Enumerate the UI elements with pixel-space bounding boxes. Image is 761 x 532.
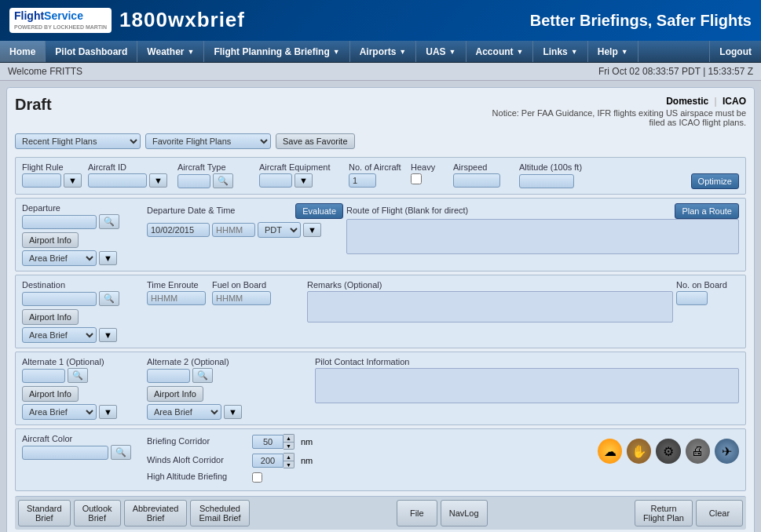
save-favorite-button[interactable]: Save as Favorite <box>276 133 355 149</box>
altitude-input[interactable] <box>519 174 574 188</box>
aircraft-color-search[interactable]: 🔍 <box>111 445 131 460</box>
alternate1-area-brief-select[interactable]: Area Brief <box>22 404 97 420</box>
flight-rule-dropdown[interactable]: ▼ <box>64 173 82 188</box>
app-name: 1800wxbrief <box>119 8 245 32</box>
departure-label: Departure <box>22 203 144 213</box>
no-aircraft-label: No. of Aircraft <box>349 162 408 172</box>
nav-airports[interactable]: Airports ▼ <box>350 41 417 62</box>
briefing-corridor-up[interactable]: ▲ <box>284 434 295 442</box>
outlook-brief-button[interactable]: Outlook Brief <box>74 500 121 527</box>
clear-button[interactable]: Clear <box>696 500 743 527</box>
winds-aloft-down[interactable]: ▼ <box>284 461 295 468</box>
nav-help[interactable]: Help ▼ <box>588 41 638 62</box>
alternate2-col: Alternate 2 (Optional) 🔍 Airport Info Ar… <box>147 357 312 420</box>
flight-planning-dropdown-arrow: ▼ <box>333 48 340 56</box>
alternate2-input[interactable] <box>147 369 190 383</box>
winds-aloft-spinbox: ▲ ▼ <box>252 453 295 468</box>
aircraft-id-dropdown[interactable]: ▼ <box>149 173 167 188</box>
plan-route-button[interactable]: Plan a Route <box>675 203 739 219</box>
pilot-contact-textarea[interactable] <box>315 368 739 403</box>
route-textarea[interactable] <box>346 219 739 254</box>
route-col: Route of Flight (Blank for direct) Plan … <box>346 203 739 254</box>
nav-account[interactable]: Account ▼ <box>466 41 534 62</box>
logo-area: FlightService POWERED BY LOCKHEED MARTIN… <box>9 8 245 34</box>
winds-aloft-input[interactable] <box>252 454 284 468</box>
fuel-label: Fuel on Board <box>212 280 271 290</box>
favorite-plans-select[interactable]: Favorite Flight Plans <box>145 133 271 149</box>
remarks-textarea[interactable] <box>307 291 673 322</box>
form-panel: Draft Domestic | ICAO Notice: Per FAA Gu… <box>6 87 755 532</box>
evaluate-button[interactable]: Evaluate <box>295 203 343 219</box>
aircraft-type-search[interactable]: 🔍 <box>213 173 233 188</box>
destination-input[interactable] <box>22 292 97 306</box>
recent-plans-select[interactable]: Recent Flight Plans <box>15 133 141 149</box>
hand-icon[interactable]: ✋ <box>627 439 651 464</box>
departure-time-input[interactable] <box>212 223 255 237</box>
alt1-label: Alternate 1 (Optional) <box>22 357 144 366</box>
alternate1-input[interactable] <box>22 369 65 383</box>
standard-brief-button[interactable]: Standard Brief <box>18 500 71 527</box>
alternate1-area-brief-arrow[interactable]: ▼ <box>99 405 117 419</box>
navlog-button[interactable]: NavLog <box>441 500 488 527</box>
settings-icon[interactable]: ⚙ <box>656 439 680 464</box>
heavy-checkbox[interactable] <box>411 173 422 184</box>
briefing-corridor-input[interactable] <box>252 435 284 449</box>
high-alt-label: High Altitude Briefing <box>147 472 249 481</box>
printer-icon[interactable]: 🖨 <box>686 439 710 464</box>
plane-icon[interactable]: ✈ <box>715 439 739 464</box>
alternate2-area-brief-select[interactable]: Area Brief <box>147 404 221 420</box>
no-board-col: No. on Board <box>676 280 739 305</box>
destination-airport-info-button[interactable]: Airport Info <box>22 309 79 325</box>
fuel-input[interactable] <box>212 291 271 305</box>
remarks-label: Remarks (Optional) <box>307 280 673 290</box>
scheduled-email-brief-button[interactable]: Scheduled Email Brief <box>190 500 249 527</box>
destination-col: Destination 🔍 Airport Info Area Brief ▼ <box>22 280 144 343</box>
alternate1-airport-info-button[interactable]: Airport Info <box>22 386 79 402</box>
optimize-button[interactable]: Optimize <box>691 173 739 189</box>
no-board-input[interactable] <box>676 291 708 305</box>
departure-tz-select[interactable]: PDT <box>258 222 301 238</box>
weather-icon[interactable]: ☁ <box>598 439 622 464</box>
corridor-col: Briefing Corridor ▲ ▼ nm Winds Aloft Cor… <box>147 434 595 486</box>
nav-flight-planning[interactable]: Flight Planning & Briefing ▼ <box>204 41 349 62</box>
datetime-text: Fri Oct 02 08:33:57 PDT | 15:33:57 Z <box>598 66 753 77</box>
destination-area-brief-arrow[interactable]: ▼ <box>99 328 117 342</box>
alternate1-search[interactable]: 🔍 <box>68 368 88 383</box>
flight-rule-input[interactable] <box>22 173 61 188</box>
destination-area-brief-select[interactable]: Area Brief <box>22 327 97 343</box>
aircraft-equipment-dropdown[interactable]: ▼ <box>295 173 313 188</box>
alternate2-search[interactable]: 🔍 <box>192 368 213 383</box>
departure-search[interactable]: 🔍 <box>99 214 119 229</box>
destination-search[interactable]: 🔍 <box>99 291 119 306</box>
high-alt-checkbox[interactable] <box>252 472 262 483</box>
departure-airport-info-button[interactable]: Airport Info <box>22 232 79 248</box>
nav-weather[interactable]: Weather ▼ <box>137 41 204 62</box>
aircraft-type-input[interactable] <box>177 174 210 188</box>
no-aircraft-input[interactable] <box>349 173 376 188</box>
nav-uas[interactable]: UAS ▼ <box>416 41 466 62</box>
winds-aloft-up[interactable]: ▲ <box>284 453 295 461</box>
uas-dropdown-arrow: ▼ <box>449 48 456 56</box>
airspeed-input[interactable] <box>453 173 500 188</box>
file-button[interactable]: File <box>397 500 437 527</box>
airspeed-group: Airspeed <box>453 162 516 188</box>
nav-pilot-dashboard[interactable]: Pilot Dashboard <box>46 41 137 62</box>
departure-date-input[interactable] <box>147 223 210 237</box>
departure-area-brief-arrow[interactable]: ▼ <box>99 251 117 265</box>
abbreviated-brief-button[interactable]: Abbreviated Brief <box>124 500 188 527</box>
time-enroute-input[interactable] <box>147 291 206 305</box>
departure-input[interactable] <box>22 215 97 229</box>
departure-tz-arrow[interactable]: ▼ <box>303 223 321 237</box>
aircraft-equipment-input[interactable] <box>259 173 292 188</box>
logout-button[interactable]: Logout <box>709 41 761 62</box>
alternate2-airport-info-button[interactable]: Airport Info <box>147 386 203 402</box>
nav-links[interactable]: Links ▼ <box>533 41 587 62</box>
aircraft-id-input[interactable] <box>88 173 147 188</box>
departure-area-brief-select[interactable]: Area Brief <box>22 250 97 266</box>
briefing-corridor-down[interactable]: ▼ <box>284 442 295 450</box>
alternate2-area-brief-arrow[interactable]: ▼ <box>224 405 242 419</box>
nav-home[interactable]: Home <box>0 41 46 62</box>
departure-datetime-col: Departure Date & Time Evaluate PDT ▼ <box>147 203 343 238</box>
aircraft-color-input[interactable] <box>22 446 108 460</box>
return-flight-plan-button[interactable]: Return Flight Plan <box>635 500 693 527</box>
